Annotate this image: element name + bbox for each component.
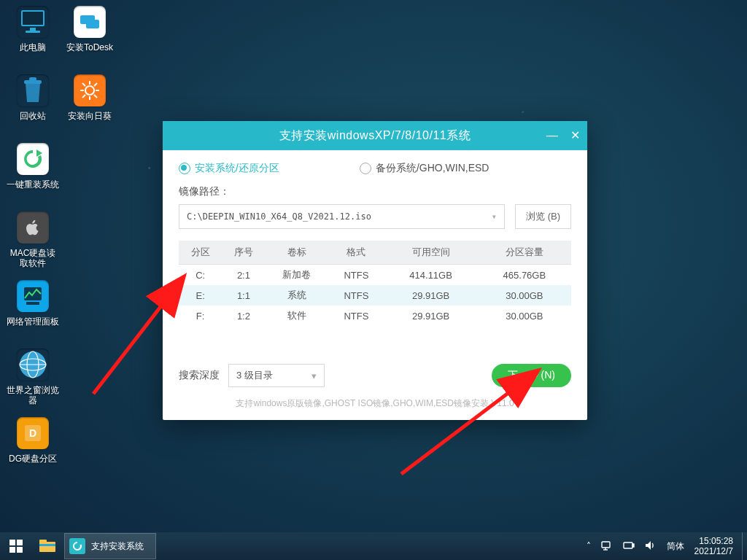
trash-icon: [17, 74, 49, 106]
cell-free: 29.91GB: [384, 306, 478, 326]
icon-recycle-bin[interactable]: 回收站: [6, 71, 60, 140]
mode-label: 备份系统/GHO,WIN,ESD: [376, 162, 489, 175]
icon-reinstall-system[interactable]: 一键重装系统: [6, 140, 60, 209]
col-index: 序号: [222, 241, 265, 265]
show-desktop-button[interactable]: [742, 532, 747, 560]
table-row[interactable]: F:1:2软件NTFS29.91GB30.00GB: [179, 306, 571, 326]
task-label: 支持安装系统: [91, 540, 144, 553]
table-row[interactable]: C:2:1新加卷NTFS414.11GB465.76GB: [179, 265, 571, 286]
icon-network-panel[interactable]: 网络管理面板: [6, 277, 60, 346]
installer-window: 支持安装windowsXP/7/8/10/11系统 — ✕ 安装系统/还原分区 …: [163, 121, 587, 420]
cell-free: 29.91GB: [384, 285, 478, 306]
chevron-down-icon: ▾: [311, 370, 317, 381]
svg-rect-15: [86, 20, 99, 28]
browse-button[interactable]: 浏览 (B): [515, 204, 571, 229]
svg-rect-38: [632, 544, 634, 547]
icon-world-browser[interactable]: 世界之窗浏览器: [6, 346, 60, 414]
svg-rect-34: [602, 542, 610, 548]
svg-line-22: [94, 95, 97, 98]
icon-label: MAC硬盘读取软件: [6, 248, 60, 268]
icon-label: 回收站: [20, 111, 46, 121]
taskbar-task-installer[interactable]: 支持安装系统: [64, 533, 156, 559]
window-content: 安装系统/还原分区 备份系统/GHO,WIN,ESD 镜像路径： C:\DEEP…: [163, 150, 587, 417]
col-partition: 分区: [179, 241, 222, 265]
svg-rect-27: [9, 540, 15, 545]
mode-backup[interactable]: 备份系统/GHO,WIN,ESD: [360, 162, 489, 175]
path-row: C:\DEEPIN_WIN10_X64_Q8_V2021.12.iso ▾ 浏览…: [179, 204, 571, 229]
cell-fs: NTFS: [328, 306, 384, 326]
icon-label: 网络管理面板: [7, 316, 59, 327]
apple-icon: [17, 211, 49, 244]
window-controls: — ✕: [546, 121, 580, 150]
icon-todesk[interactable]: 安装ToDesk: [63, 3, 117, 71]
support-line: 支持windows原版镜像,GHOST ISO镜像,GHO,WIM,ESD镜像安…: [179, 397, 571, 410]
cell-idx: 1:1: [222, 285, 265, 306]
tray-chevron-up-icon[interactable]: ˄: [587, 541, 591, 551]
system-tray: ˄ 简体 15:05:28 2021/12/7: [587, 536, 742, 556]
cell-part: E:: [179, 285, 222, 306]
taskbar-explorer-icon[interactable]: [32, 532, 63, 560]
todesk-icon: [74, 6, 106, 38]
cell-part: F:: [179, 306, 222, 326]
window-titlebar[interactable]: 支持安装windowsXP/7/8/10/11系统 — ✕: [163, 121, 587, 150]
minimize-button[interactable]: —: [546, 130, 559, 141]
task-mini-icon: [69, 538, 85, 554]
mode-install[interactable]: 安装系统/还原分区: [179, 162, 279, 175]
svg-line-21: [82, 83, 85, 86]
svg-rect-33: [39, 544, 55, 546]
icon-label: 安装ToDesk: [66, 42, 113, 52]
tray-clock[interactable]: 15:05:28 2021/12/7: [694, 536, 733, 556]
cell-label: 系统: [266, 285, 329, 306]
icon-label: 一键重装系统: [7, 179, 59, 190]
depth-value: 3 级目录: [236, 369, 273, 382]
tray-network-icon[interactable]: [601, 540, 613, 553]
path-label: 镜像路径：: [179, 185, 571, 198]
desktop-icons-col1: 此电脑 回收站 一键重装系统 MAC硬盘读取软件 网络管理面板: [6, 3, 60, 483]
disk-icon: D: [17, 417, 49, 449]
icon-sunflower[interactable]: 安装向日葵: [63, 71, 117, 140]
cell-label: 软件: [266, 306, 329, 326]
tray-volume-icon[interactable]: [645, 540, 657, 553]
svg-line-24: [82, 95, 85, 98]
svg-rect-5: [29, 77, 36, 81]
mode-switch: 安装系统/还原分区 备份系统/GHO,WIN,ESD: [179, 162, 571, 175]
radio-unchecked-icon: [360, 163, 371, 174]
svg-point-16: [85, 86, 94, 95]
cell-cap: 30.00GB: [478, 285, 571, 306]
icon-label: 世界之窗浏览器: [6, 385, 60, 405]
svg-rect-29: [9, 547, 15, 553]
depth-select[interactable]: 3 级目录 ▾: [228, 364, 325, 387]
icon-dg-partition[interactable]: D DG硬盘分区: [6, 414, 60, 483]
svg-text:D: D: [29, 427, 36, 439]
cell-idx: 1:2: [222, 306, 265, 326]
tray-battery-icon[interactable]: [623, 541, 635, 552]
svg-line-23: [94, 83, 97, 86]
close-button[interactable]: ✕: [570, 130, 581, 141]
desktop-icons-col2: 安装ToDesk 安装向日葵: [63, 3, 117, 140]
cell-label: 新加卷: [266, 265, 329, 286]
tray-time: 15:05:28: [694, 536, 733, 546]
svg-rect-3: [26, 31, 40, 33]
icon-mac-disk-reader[interactable]: MAC硬盘读取软件: [6, 209, 60, 277]
svg-rect-37: [624, 542, 632, 548]
icon-label: DG硬盘分区: [9, 454, 57, 464]
col-label: 卷标: [266, 241, 329, 265]
cell-part: C:: [179, 265, 222, 286]
radio-checked-icon: [179, 163, 190, 174]
table-row[interactable]: E:1:1系统NTFS29.91GB30.00GB: [179, 285, 571, 306]
col-fs: 格式: [328, 241, 384, 265]
col-capacity: 分区容量: [478, 241, 571, 265]
network-icon: [17, 280, 49, 312]
mode-label: 安装系统/还原分区: [195, 162, 279, 175]
next-button[interactable]: 下一步 (N): [492, 364, 571, 387]
cell-idx: 2:1: [222, 265, 265, 286]
icon-this-pc[interactable]: 此电脑: [6, 3, 60, 71]
cell-cap: 465.76GB: [478, 265, 571, 286]
svg-rect-7: [26, 302, 39, 305]
image-path-combo[interactable]: C:\DEEPIN_WIN10_X64_Q8_V2021.12.iso ▾: [179, 204, 505, 229]
taskbar: 支持安装系统 ˄ 简体 15:05:28 2021/12/7: [0, 532, 747, 560]
table-header-row: 分区 序号 卷标 格式 可用空间 分区容量: [179, 241, 571, 265]
tray-ime-indicator[interactable]: 简体: [667, 540, 684, 553]
footer-controls: 搜索深度 3 级目录 ▾ 下一步 (N): [179, 364, 571, 387]
start-button[interactable]: [0, 532, 32, 560]
